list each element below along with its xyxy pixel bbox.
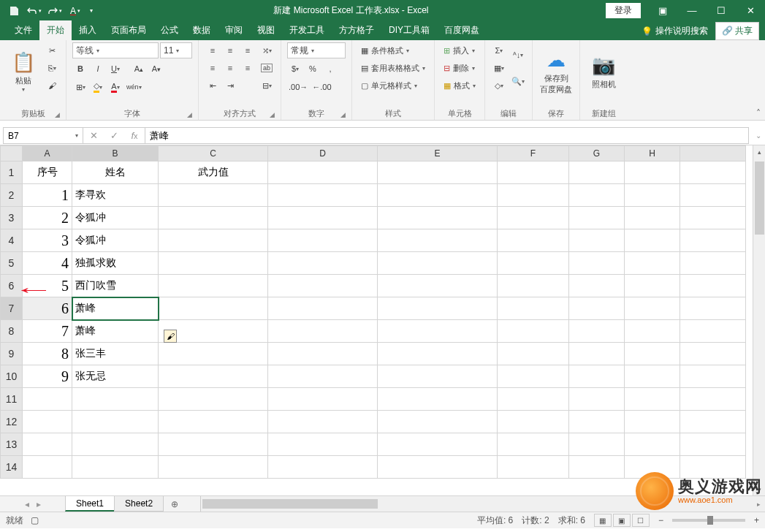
macro-record-icon[interactable]: ▢	[31, 515, 39, 525]
fill-color-button[interactable]: ◇ ▾	[90, 79, 106, 95]
fill-icon[interactable]: ▦▾	[491, 60, 507, 76]
row-header[interactable]: 6	[1, 275, 23, 297]
font-launcher-icon[interactable]: ◢	[187, 111, 192, 118]
shrink-font-button[interactable]: A▾	[148, 61, 164, 77]
tab-file[interactable]: 文件	[7, 20, 39, 40]
ribbon-display-icon[interactable]: ▣	[648, 0, 677, 21]
copy-icon[interactable]: ⎘ ▾	[44, 60, 60, 76]
underline-button[interactable]: U ▾	[107, 61, 123, 77]
conditional-format-button[interactable]: ▦条件格式▾	[358, 42, 412, 58]
comma-icon[interactable]: ,	[322, 61, 338, 77]
decrease-indent-icon[interactable]: ⇤	[205, 77, 221, 94]
minimize-icon[interactable]: —	[677, 0, 707, 21]
cancel-formula-icon[interactable]: ✕	[83, 128, 104, 143]
row-header[interactable]: 8	[1, 320, 23, 343]
number-format-combo[interactable]: 常规▾	[287, 42, 346, 58]
cell[interactable]: 姓名	[72, 162, 159, 184]
col-header-E[interactable]: E	[378, 146, 498, 162]
formula-input[interactable]: 萧峰	[145, 127, 749, 144]
sheet-tab-2[interactable]: Sheet2	[114, 496, 164, 512]
align-middle-icon[interactable]: ≡	[222, 42, 238, 58]
close-icon[interactable]: ✕	[736, 0, 765, 21]
tab-home[interactable]: 开始	[39, 20, 72, 40]
clipboard-launcher-icon[interactable]: ◢	[55, 111, 60, 118]
grow-font-button[interactable]: A▴	[131, 61, 147, 77]
align-bottom-icon[interactable]: ≡	[240, 42, 256, 58]
new-sheet-icon[interactable]: ⊕	[164, 496, 186, 512]
share-button[interactable]: 🔗 共享	[715, 22, 759, 40]
confirm-formula-icon[interactable]: ✓	[104, 128, 124, 143]
tab-formulas[interactable]: 公式	[153, 20, 186, 40]
camera-button[interactable]: 📷 照相机	[586, 42, 621, 99]
tab-insert[interactable]: 插入	[72, 20, 104, 40]
redo-icon[interactable]: ▾	[45, 2, 64, 20]
wrap-text-icon[interactable]: ab	[259, 60, 275, 76]
scroll-down-icon[interactable]: ▾	[753, 483, 765, 495]
cut-icon[interactable]: ✂	[44, 42, 60, 58]
row-header[interactable]: 13	[1, 433, 23, 456]
zoom-out-icon[interactable]: −	[658, 515, 663, 525]
sheet-nav[interactable]: ◂▸	[0, 496, 66, 512]
percent-icon[interactable]: %	[305, 61, 321, 77]
sheet-next-icon[interactable]: ▸	[37, 499, 41, 509]
tab-dev[interactable]: 开发工具	[282, 20, 332, 40]
row-header[interactable]: 4	[1, 229, 23, 252]
row-header[interactable]: 5	[1, 252, 23, 275]
view-page-break-icon[interactable]: ☐	[632, 514, 650, 527]
view-page-layout-icon[interactable]: ▣	[613, 514, 631, 527]
name-box[interactable]: B7▾	[3, 127, 83, 144]
active-cell[interactable]: 萧峰	[72, 297, 159, 320]
tab-diy[interactable]: DIY工具箱	[381, 20, 437, 40]
col-header-B[interactable]: B	[72, 146, 159, 162]
row-header[interactable]: 3	[1, 207, 23, 229]
zoom-slider[interactable]	[672, 519, 745, 522]
row-header[interactable]: 9	[1, 343, 23, 365]
italic-button[interactable]: I	[90, 61, 106, 77]
zoom-in-icon[interactable]: +	[754, 515, 759, 525]
scroll-thumb[interactable]	[755, 162, 764, 235]
font-color-button[interactable]: A ▾	[107, 79, 123, 95]
row-header[interactable]: 12	[1, 411, 23, 433]
hscroll-thumb[interactable]	[202, 499, 378, 509]
row-header[interactable]: 7	[1, 297, 23, 320]
view-normal-icon[interactable]: ▦	[594, 514, 612, 527]
col-header-F[interactable]: F	[498, 146, 569, 162]
row-header[interactable]: 2	[1, 184, 23, 207]
borders-button[interactable]: ⊞ ▾	[72, 79, 88, 95]
align-top-icon[interactable]: ≡	[205, 42, 221, 58]
phonetic-button[interactable]: wén ▾	[125, 79, 143, 95]
autosum-icon[interactable]: Σ▾	[491, 42, 507, 58]
col-header-G[interactable]: G	[569, 146, 625, 162]
col-header-A[interactable]: A	[23, 146, 72, 162]
format-table-button[interactable]: ▤套用表格格式▾	[358, 60, 428, 76]
tab-layout[interactable]: 页面布局	[104, 20, 153, 40]
col-header-D[interactable]: D	[268, 146, 378, 162]
customize-qat-icon[interactable]: ▾	[86, 2, 96, 20]
col-header-H[interactable]: H	[625, 146, 680, 162]
align-right-icon[interactable]: ≡	[240, 60, 256, 76]
align-left-icon[interactable]: ≡	[205, 60, 221, 76]
delete-cells-button[interactable]: ⊟删除▾	[441, 60, 478, 76]
tab-baidu[interactable]: 百度网盘	[437, 20, 487, 40]
tab-view[interactable]: 视图	[250, 20, 282, 40]
number-launcher-icon[interactable]: ◢	[340, 111, 346, 118]
save-baidu-button[interactable]: ☁ 保存到 百度网盘	[538, 42, 574, 99]
save-icon[interactable]	[4, 2, 23, 20]
collapse-ribbon-icon[interactable]: ˄	[756, 108, 761, 118]
paste-button[interactable]: 📋 粘贴 ▾	[6, 42, 41, 99]
align-launcher-icon[interactable]: ◢	[270, 111, 275, 118]
sheet-prev-icon[interactable]: ◂	[25, 499, 29, 509]
format-painter-icon[interactable]: 🖌	[44, 77, 60, 94]
worksheet-grid[interactable]: A B C D E F G H 1 序号 姓名 武力值 21李寻欢 32令狐冲 …	[0, 145, 765, 495]
insert-options-smarttag[interactable]: 🖌	[164, 330, 177, 343]
insert-cells-button[interactable]: ⊞插入▾	[441, 42, 478, 58]
increase-indent-icon[interactable]: ⇥	[222, 77, 238, 94]
select-all-corner[interactable]	[1, 146, 23, 162]
tab-data[interactable]: 数据	[186, 20, 218, 40]
cell[interactable]: 武力值	[159, 162, 268, 184]
tell-me-search[interactable]: 💡 操作说明搜索	[642, 25, 708, 37]
row-header[interactable]: 1	[1, 162, 23, 184]
font-name-combo[interactable]: 等线▾	[72, 42, 159, 58]
font-size-combo[interactable]: 11▾	[160, 42, 192, 58]
merge-cells-icon[interactable]: ⊟▾	[259, 77, 275, 94]
